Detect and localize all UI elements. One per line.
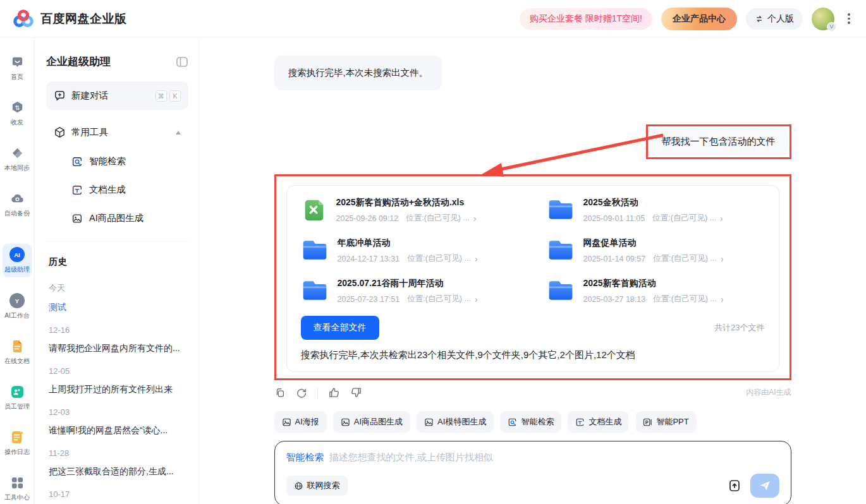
history-item[interactable]: 把这三张截取合适的部分,生成... <box>46 461 188 483</box>
rail-label: 操作日志 <box>4 448 30 457</box>
history-item[interactable]: 测试 <box>46 297 188 318</box>
enterprise-product-center-button[interactable]: 企业产品中心 <box>661 8 737 30</box>
rail-label: 首页 <box>11 73 23 81</box>
send-button[interactable] <box>750 474 779 498</box>
thumbs-up-button[interactable] <box>328 387 340 399</box>
actions-divider <box>317 388 318 398</box>
tool-item-smart-search[interactable]: 智能检索 <box>46 147 188 176</box>
cube-icon <box>54 126 66 138</box>
history-item[interactable]: 请帮我把企业网盘内所有文件的... <box>46 338 188 359</box>
thumbs-down-icon <box>350 387 362 399</box>
rail-label: 员工管理 <box>4 402 30 411</box>
collapse-panel-button[interactable] <box>176 56 188 68</box>
rail-item-ai-assistant[interactable]: AI 超级助理 <box>3 244 32 277</box>
globe-icon <box>294 481 303 491</box>
web-search-toggle[interactable]: 联网搜索 <box>286 476 348 496</box>
rail-item-operation-log[interactable]: 操作日志 <box>3 427 32 460</box>
folder-icon <box>547 237 575 263</box>
rail-label: 本地同步 <box>4 164 30 172</box>
staff-management-icon <box>10 385 25 399</box>
rail-item-online-docs[interactable]: 在线文档 <box>3 336 32 369</box>
history-date: 10-17 <box>46 483 188 502</box>
input-mode-tag: 智能检索 <box>286 452 324 464</box>
file-date: 2025-09-01 11:05 <box>583 214 645 223</box>
sidebar-title: 企业超级助理 <box>46 54 111 69</box>
chip-smart-search[interactable]: 智能检索 <box>500 411 561 433</box>
chip-label: 智能检索 <box>521 416 554 428</box>
file-row[interactable]: 2025.07.21谷雨十周年活动 2025-07-23 17:51 位置:(自… <box>301 278 519 304</box>
chevron-right-icon[interactable]: › <box>473 213 477 224</box>
tool-item-ai-product-image[interactable]: AI商品图生成 <box>46 204 188 232</box>
file-name[interactable]: 2025.07.21谷雨十周年活动 <box>338 278 478 289</box>
chip-doc-generation[interactable]: 文档生成 <box>568 411 629 433</box>
rail-item-transfer[interactable]: ⇅ 收发 <box>8 97 27 130</box>
tool-item-doc-generation[interactable]: 文档生成 <box>46 176 188 204</box>
chevron-right-icon[interactable]: › <box>721 254 724 264</box>
rail-item-local-sync[interactable]: 本地同步 <box>3 143 32 176</box>
history-item[interactable]: 上周我打开过的所有文件列出来 <box>46 379 188 400</box>
file-date: 2025-09-26 09:12 <box>336 214 399 223</box>
promo-banner[interactable]: 购买企业套餐 限时赠1T空间! <box>520 8 652 30</box>
rail-item-staff-management[interactable]: 员工管理 <box>3 381 32 414</box>
doc-icon <box>575 417 585 427</box>
file-date: 2025-03-27 18:13 <box>583 295 646 304</box>
file-date: 2025-07-23 17:51 <box>338 295 400 304</box>
rail-label: 自动备份 <box>4 209 30 218</box>
total-files-count: 共计23个文件 <box>714 322 764 333</box>
file-row[interactable]: 2025新客首购活动+金秋活动.xls 2025-09-26 09:12 位置:… <box>301 197 519 224</box>
rail-item-ai-workbench[interactable]: Y AI工作台 <box>3 290 31 323</box>
input-field[interactable]: 智能检索 描述您想查找的文件,或上传图片找相似 <box>286 452 779 464</box>
file-name[interactable]: 网盘促单活动 <box>583 237 724 249</box>
upload-image-button[interactable] <box>728 479 741 493</box>
chevron-right-icon[interactable]: › <box>475 294 478 304</box>
rail-item-home[interactable]: 首页 <box>8 52 27 85</box>
app-logo-icon <box>13 8 34 30</box>
svg-text:⇅: ⇅ <box>15 104 20 111</box>
thumbs-down-button[interactable] <box>350 387 362 399</box>
chip-ai-poster[interactable]: AI海报 <box>274 411 327 433</box>
regenerate-icon <box>296 387 307 399</box>
rail-item-auto-backup[interactable]: 自动备份 <box>3 188 32 221</box>
icon-rail: 首页 ⇅ 收发 本地同步 自动备份 AI 超级助理 <box>0 38 35 504</box>
chevron-right-icon[interactable]: › <box>721 294 724 304</box>
copy-button[interactable] <box>274 387 286 399</box>
quick-action-chips: AI海报 AI商品图生成 AI模特图生成 智能检索 文档生成 <box>274 411 791 433</box>
common-tools-label: 常用工具 <box>71 126 108 138</box>
message-actions: 内容由AI生成 <box>274 387 791 399</box>
file-row[interactable]: 年底冲单活动 2024-12-17 13:31 位置:(自己可见) ... › <box>301 237 519 264</box>
chevron-right-icon[interactable]: › <box>720 213 723 224</box>
common-tools-toggle[interactable]: 常用工具 <box>46 121 188 147</box>
message-input-box[interactable]: 智能检索 描述您想查找的文件,或上传图片找相似 联网搜索 <box>274 441 791 504</box>
more-menu-button[interactable] <box>843 12 855 26</box>
rail-label: AI工作台 <box>4 311 29 320</box>
tool-label: AI商品图生成 <box>89 212 143 224</box>
web-search-label: 联网搜索 <box>307 480 340 491</box>
history-date: 12-05 <box>46 359 188 379</box>
online-docs-icon <box>10 339 25 354</box>
chip-ai-product-image[interactable]: AI商品图生成 <box>333 411 410 433</box>
file-name[interactable]: 2025新客首购活动 <box>583 278 724 289</box>
annotation-box-results: 2025新客首购活动+金秋活动.xls 2025-09-26 09:12 位置:… <box>274 174 791 380</box>
file-row[interactable]: 网盘促单活动 2025-01-14 09:57 位置:(自己可见) ... › <box>547 237 765 264</box>
regenerate-button[interactable] <box>296 387 307 399</box>
chip-label: AI海报 <box>295 416 319 428</box>
file-name[interactable]: 2025金秋活动 <box>583 197 723 208</box>
file-name[interactable]: 2025新客首购活动+金秋活动.xls <box>336 197 477 208</box>
send-plane-icon <box>759 479 771 492</box>
switch-personal-version-button[interactable]: 个人版 <box>746 8 803 30</box>
image-icon <box>282 417 291 427</box>
switch-icon <box>755 15 764 23</box>
rail-item-tool-center[interactable]: 工具中心 <box>3 472 32 504</box>
file-location: 位置:(自己可见) ... <box>407 294 471 304</box>
file-row[interactable]: 2025新客首购活动 2025-03-27 18:13 位置:(自己可见) ..… <box>547 278 765 304</box>
history-item[interactable]: 谁懂啊!我的网盘居然会“读心... <box>46 420 188 441</box>
chevron-right-icon[interactable]: › <box>475 254 478 264</box>
file-row[interactable]: 2025金秋活动 2025-09-01 11:05 位置:(自己可见) ... … <box>547 197 765 224</box>
file-name[interactable]: 年底冲单活动 <box>338 237 478 249</box>
copy-icon <box>274 387 286 399</box>
new-chat-button[interactable]: 新建对话 ⌘ K <box>46 81 188 110</box>
user-avatar[interactable]: V <box>812 8 834 30</box>
chip-ai-model-image[interactable]: AI模特图生成 <box>417 411 494 433</box>
chip-smart-ppt[interactable]: 智能PPT <box>635 411 696 433</box>
view-all-files-button[interactable]: 查看全部文件 <box>301 316 379 340</box>
